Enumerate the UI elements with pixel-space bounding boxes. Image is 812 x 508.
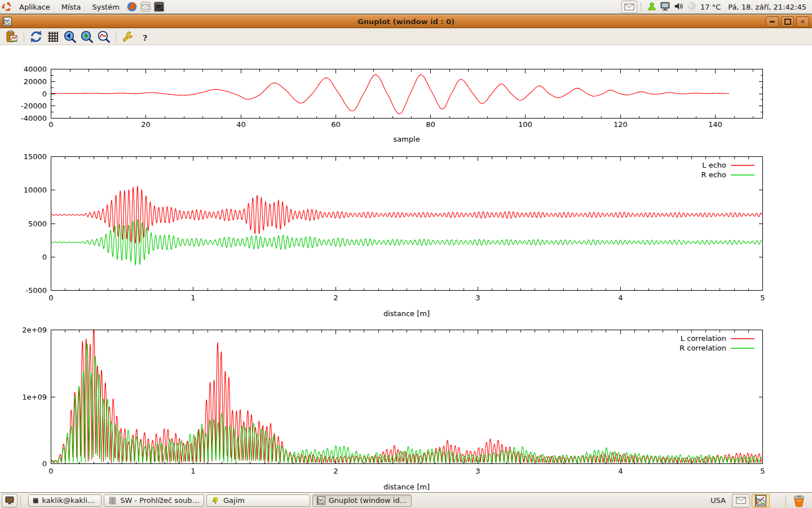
task-label: kaklik@kaklik-kolej-u...: [42, 496, 97, 505]
svg-text:2: 2: [333, 294, 338, 302]
svg-text:3: 3: [475, 467, 480, 475]
window-title: Gnuplot (window id : 0): [0, 17, 812, 26]
help-icon: ?: [138, 30, 152, 43]
keyboard-layout-indicator[interactable]: USA: [710, 496, 726, 505]
top-panel: Aplikace Místa Systém: [0, 0, 812, 15]
series-l-echo: [51, 186, 762, 243]
task-label: Gajim: [223, 496, 245, 505]
ubuntu-logo-icon[interactable]: [1, 1, 13, 13]
firefox-icon[interactable]: [126, 1, 138, 13]
gnuplot-window: Gnuplot (window id : 0) ✕: [0, 15, 812, 492]
close-button[interactable]: ✕: [796, 16, 809, 27]
svg-text:3: 3: [475, 294, 480, 302]
task-gajim[interactable]: Gajim: [206, 494, 310, 507]
legend-label: L correlation: [681, 334, 726, 343]
weather-icon: [687, 1, 696, 11]
display-icon: [660, 1, 670, 11]
svg-text:>_: >_: [156, 3, 165, 10]
svg-text:-40000: -40000: [21, 114, 47, 122]
svg-text:40000: 40000: [24, 65, 47, 73]
tasklist-drag-handle[interactable]: [20, 496, 24, 506]
correlation-chart[interactable]: 01234501e+092e+09distance [m]L correlati…: [0, 324, 812, 493]
tray-mail-icon[interactable]: [621, 1, 637, 13]
grid-icon: [46, 30, 60, 43]
zoom-next-button[interactable]: [80, 29, 94, 44]
menu-applications[interactable]: Aplikace: [14, 0, 56, 14]
svg-text:0: 0: [42, 90, 47, 98]
plot-area: 020406080100120140-40000-200000200004000…: [0, 45, 812, 492]
volume-icon: [673, 1, 684, 11]
toolbar-separator: [116, 31, 116, 42]
toolbar: ?: [0, 28, 812, 45]
menu-places[interactable]: Místa: [56, 0, 87, 14]
configure-button[interactable]: [121, 29, 135, 44]
file-manager-icon: [108, 496, 117, 505]
legend-label: R echo: [701, 170, 726, 179]
svg-text:120: 120: [614, 120, 628, 129]
help-button[interactable]: ?: [138, 29, 152, 44]
svg-text:140: 140: [708, 120, 722, 129]
minimize-icon: [770, 21, 775, 23]
menu-system[interactable]: Systém: [86, 0, 125, 14]
svg-text:-20000: -20000: [21, 102, 47, 110]
taskbar: >_ kaklik@kaklik-kolej-u... SW - Prohlíž…: [0, 492, 812, 508]
clock[interactable]: Pá, 18. září, 21:42:45: [728, 3, 806, 11]
svg-text:5: 5: [760, 294, 765, 302]
svg-text:20: 20: [141, 120, 151, 129]
series-l-correlation: [51, 325, 762, 463]
task-terminal[interactable]: >_ kaklik@kaklik-kolej-u...: [28, 494, 102, 507]
svg-text:0: 0: [48, 120, 53, 129]
show-desktop-button[interactable]: [2, 494, 17, 507]
terminal-launcher-icon: >_: [153, 1, 165, 12]
legend-label: R correlation: [679, 344, 726, 352]
series-chirp-signal: [51, 75, 729, 114]
svg-text:1e+09: 1e+09: [22, 393, 47, 401]
task-gnuplot[interactable]: Gnuplot (window id : 0): [312, 494, 412, 507]
x-axis-label: distance [m]: [383, 483, 430, 491]
task-label: Gnuplot (window id : 0): [329, 496, 407, 505]
gnuplot-tray-button[interactable]: [752, 494, 770, 507]
window-titlebar[interactable]: Gnuplot (window id : 0) ✕: [0, 15, 812, 28]
mail-launcher-icon[interactable]: [139, 1, 152, 13]
svg-text:2: 2: [333, 467, 338, 475]
restore-zoom-icon: [97, 30, 111, 43]
weather-icon[interactable]: [687, 1, 696, 12]
user-switcher-icon[interactable]: [647, 1, 657, 13]
toggle-grid-button[interactable]: [46, 29, 60, 44]
gajim-icon: [211, 496, 220, 505]
waveform-chart[interactable]: 020406080100120140-40000-200000200004000…: [0, 63, 812, 147]
trash-icon[interactable]: [792, 494, 806, 507]
firefox-icon: [126, 1, 138, 12]
maximize-icon: [784, 19, 791, 25]
svg-text:>_: >_: [34, 499, 39, 503]
zoom-previous-button[interactable]: [63, 29, 77, 44]
svg-text:0: 0: [48, 294, 53, 302]
maximize-button[interactable]: [781, 16, 794, 27]
series-r-echo: [51, 220, 762, 265]
restore-zoom-button[interactable]: [96, 29, 111, 44]
tray-drag-handle[interactable]: [641, 3, 643, 11]
minimize-button[interactable]: [766, 16, 779, 27]
configure-icon: [121, 30, 135, 43]
display-icon[interactable]: [660, 1, 670, 13]
gnuplot-icon: [317, 496, 325, 505]
svg-text:100: 100: [518, 120, 532, 129]
temperature-indicator[interactable]: 17 °C: [700, 3, 721, 11]
replot-button[interactable]: [29, 29, 43, 44]
terminal-launcher-icon[interactable]: >_: [153, 1, 165, 13]
user-switcher-icon: [647, 1, 657, 11]
volume-icon[interactable]: [673, 1, 684, 13]
window-controls: ✕: [766, 16, 812, 27]
mail-icon: [736, 497, 746, 504]
copy-to-clipboard-button[interactable]: [5, 29, 19, 44]
mail-icon: [624, 3, 634, 11]
svg-text:40: 40: [236, 120, 246, 129]
replot-icon: [29, 30, 43, 43]
tray-mail-button[interactable]: [732, 494, 750, 507]
echo-chart[interactable]: 012345-5000050001000015000distance [m]L …: [0, 150, 812, 322]
terminal-icon: >_: [33, 496, 39, 505]
tray-separator: [785, 495, 786, 506]
svg-text:60: 60: [331, 120, 341, 129]
task-file-manager[interactable]: SW - Prohlížeč souborů: [104, 494, 204, 507]
close-icon: ✕: [800, 19, 805, 25]
